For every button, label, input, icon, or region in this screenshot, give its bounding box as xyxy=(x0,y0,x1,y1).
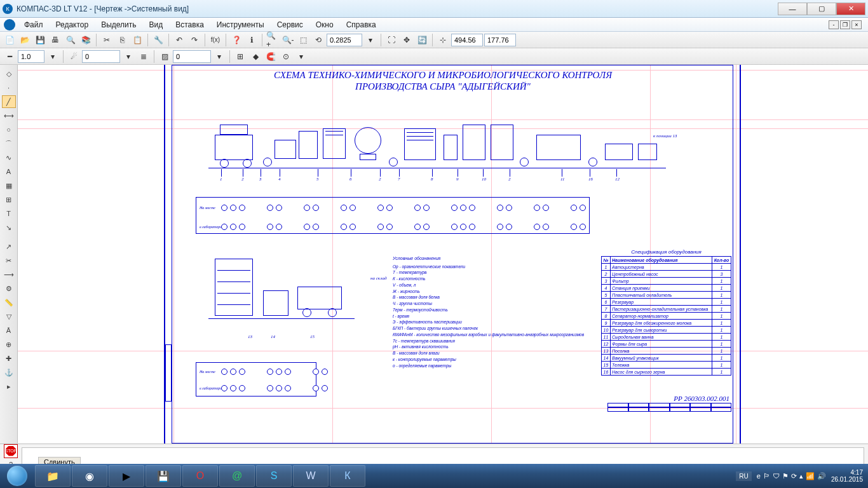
tray-action-icon[interactable]: ⚑ xyxy=(782,472,789,480)
pan-button[interactable]: ✥ xyxy=(400,33,414,47)
view-combo[interactable] xyxy=(173,50,211,63)
zoom-fit-button[interactable]: ⛶ xyxy=(384,33,398,47)
task-save[interactable]: 💾 xyxy=(146,465,181,487)
menu-tools[interactable]: Инструменты xyxy=(210,19,271,30)
snap-grid-button[interactable]: ⊞ xyxy=(233,50,247,64)
save-button[interactable]: 💾 xyxy=(33,33,47,47)
print-button[interactable]: 🖶 xyxy=(48,33,62,47)
mdi-close-button[interactable]: × xyxy=(851,20,862,29)
zoom-out-button[interactable]: 🔍- xyxy=(281,33,295,47)
snap-mid-button[interactable]: 🧲 xyxy=(264,50,278,64)
menu-help[interactable]: Справка xyxy=(340,19,383,30)
preview-button[interactable]: 🔍 xyxy=(64,33,78,47)
hatch-icon[interactable]: ▨ xyxy=(158,50,172,64)
undo-button[interactable]: ↶ xyxy=(172,33,186,47)
layer-combo[interactable] xyxy=(82,50,120,63)
coord-origin-icon[interactable]: ⊹ xyxy=(436,33,450,47)
tool-annotation[interactable]: Ā xyxy=(2,324,16,337)
snap-dropdown[interactable]: ▾ xyxy=(294,50,308,64)
tool-insert[interactable]: T xyxy=(2,207,16,220)
tool-dim[interactable]: ⟷ xyxy=(2,109,16,122)
tool-param[interactable]: ⚙ xyxy=(2,282,16,295)
copy-button[interactable]: ⎘ xyxy=(115,33,129,47)
tool-leader[interactable]: ↘ xyxy=(2,221,16,234)
task-chrome[interactable]: ◉ xyxy=(72,465,107,487)
task-skype[interactable]: S xyxy=(256,465,292,487)
zoom-window-button[interactable]: ⬚ xyxy=(296,33,310,47)
layer-dropdown[interactable]: ▾ xyxy=(121,50,135,64)
menu-edit[interactable]: Редактор xyxy=(50,19,95,30)
tool-tolerance[interactable]: ⊕ xyxy=(2,338,16,351)
tool-anchor[interactable]: ⚓ xyxy=(2,366,16,379)
zoom-in-button[interactable]: 🔍+ xyxy=(266,33,280,47)
cut-button[interactable]: ✂ xyxy=(100,33,114,47)
stop-button[interactable]: STOP xyxy=(4,444,18,458)
tray-flag-icon[interactable]: 🏳 xyxy=(763,472,770,480)
tool-edit[interactable]: ↗ xyxy=(2,240,16,253)
snap-end-button[interactable]: ◆ xyxy=(248,50,262,64)
redraw-button[interactable]: 🔄 xyxy=(415,33,429,47)
info-button[interactable]: ℹ xyxy=(245,33,259,47)
task-kompas[interactable]: К xyxy=(330,465,365,487)
task-explorer[interactable]: 📁 xyxy=(35,465,71,487)
layer-icon[interactable]: ☄ xyxy=(67,50,81,64)
properties-button[interactable]: 🔧 xyxy=(151,33,165,47)
tray-icons[interactable]: e 🏳 🛡 ⚑ ⟳ ▴ 📶 🔊 xyxy=(757,472,826,480)
tool-arc[interactable]: ⌒ xyxy=(2,137,16,150)
task-word[interactable]: W xyxy=(293,465,329,487)
app-logo-icon[interactable] xyxy=(4,19,15,30)
mdi-minimize-button[interactable]: - xyxy=(829,20,839,29)
maximize-button[interactable]: ▢ xyxy=(807,3,836,15)
new-button[interactable]: 📄 xyxy=(3,33,17,47)
command-input-area[interactable] xyxy=(22,447,864,466)
zoom-prev-button[interactable]: ⟲ xyxy=(311,33,325,47)
lineweight-dropdown[interactable]: ▾ xyxy=(46,50,60,64)
close-button[interactable]: ✕ xyxy=(836,3,865,15)
paste-button[interactable]: 📋 xyxy=(130,33,144,47)
drawing-canvas[interactable]: СХЕМА ТЕХНИКО-ХИМИЧЕСКОГО И МИКРОБИОЛОГИ… xyxy=(18,65,868,444)
zoom-input[interactable] xyxy=(327,34,362,46)
tool-measure[interactable]: 📏 xyxy=(2,296,16,309)
layers-button[interactable]: ≣ xyxy=(137,50,151,64)
tray-updates-icon[interactable]: ⟳ xyxy=(791,472,797,480)
variables-button[interactable]: f(x) xyxy=(208,33,222,47)
tool-hatch[interactable]: ▦ xyxy=(2,179,16,192)
tool-circle[interactable]: ○ xyxy=(2,123,16,136)
tool-extend[interactable]: ⟶ xyxy=(2,268,16,281)
linestyle-icon[interactable]: ━ xyxy=(3,50,17,64)
tray-network-icon[interactable]: 📶 xyxy=(806,472,815,480)
minimize-button[interactable]: — xyxy=(778,3,807,15)
tool-trim[interactable]: ✂ xyxy=(2,254,16,267)
mdi-restore-button[interactable]: ❐ xyxy=(840,20,850,29)
library-button[interactable]: 📚 xyxy=(79,33,93,47)
snap-center-button[interactable]: ⊙ xyxy=(279,50,293,64)
tray-ie-icon[interactable]: e xyxy=(757,472,761,480)
tool-geometry[interactable]: ◇ xyxy=(2,67,16,80)
tool-text[interactable]: A xyxy=(2,165,16,178)
lineweight-input[interactable] xyxy=(18,50,44,63)
menu-file[interactable]: Файл xyxy=(18,19,50,30)
menu-insert[interactable]: Вставка xyxy=(169,19,210,30)
tool-roughness[interactable]: ▽ xyxy=(2,310,16,323)
task-opera[interactable]: O xyxy=(182,465,218,487)
coord-y-input[interactable] xyxy=(484,34,516,46)
zoom-dropdown[interactable]: ▾ xyxy=(363,33,377,47)
tray-chevron-icon[interactable]: ▴ xyxy=(799,472,803,480)
menu-select[interactable]: Выделить xyxy=(95,19,142,30)
tray-shield-icon[interactable]: 🛡 xyxy=(773,472,780,480)
help-context-button[interactable]: ❓ xyxy=(229,33,243,47)
tool-line[interactable]: ╱ xyxy=(2,95,16,108)
menu-service[interactable]: Сервис xyxy=(271,19,309,30)
tray-clock[interactable]: 4:17 26.01.2015 xyxy=(831,469,863,483)
view-dropdown[interactable]: ▾ xyxy=(212,50,226,64)
lang-indicator[interactable]: RU xyxy=(736,471,751,481)
redo-button[interactable]: ↷ xyxy=(187,33,201,47)
open-button[interactable]: 📂 xyxy=(18,33,32,47)
coord-x-input[interactable] xyxy=(451,34,483,46)
menu-view[interactable]: Вид xyxy=(143,19,170,30)
task-media[interactable]: ▶ xyxy=(109,465,144,487)
tool-spline[interactable]: ∿ xyxy=(2,151,16,164)
start-button[interactable] xyxy=(0,464,34,488)
task-mail[interactable]: @ xyxy=(219,465,255,487)
tool-axis[interactable]: ✚ xyxy=(2,352,16,365)
